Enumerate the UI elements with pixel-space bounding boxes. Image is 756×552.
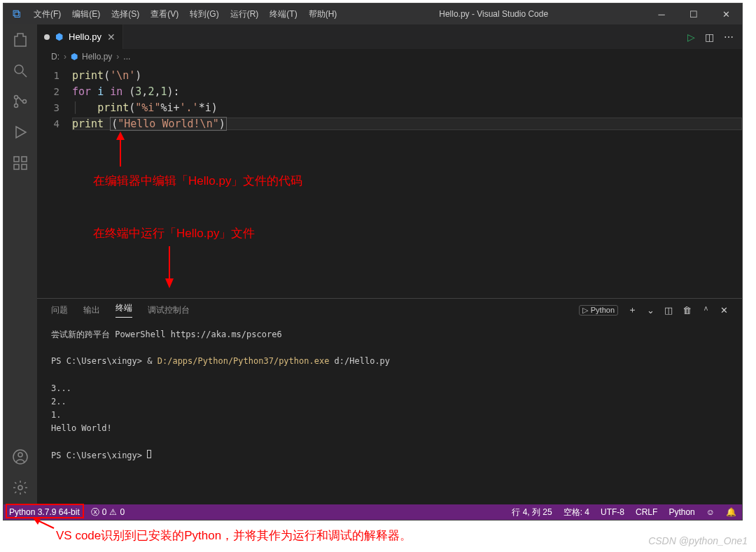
run-file-icon[interactable]: ▷: [687, 31, 695, 43]
menu-view[interactable]: 查看(V): [146, 8, 183, 20]
python-file-icon: ⬢: [55, 31, 63, 42]
warning-icon: ⚠: [109, 507, 117, 517]
split-editor-icon[interactable]: ◫: [705, 31, 714, 43]
status-encoding[interactable]: UTF-8: [595, 507, 630, 518]
menubar: 文件(F) 编辑(E) 选择(S) 查看(V) 转到(G) 运行(R) 终端(T…: [29, 8, 342, 20]
annotation-text: 在编辑器中编辑「Hello.py」文件的代码: [93, 173, 302, 189]
status-python-interpreter[interactable]: Python 3.7.9 64-bit: [4, 507, 85, 517]
breadcrumb-root[interactable]: D:: [51, 52, 59, 62]
breadcrumb-file[interactable]: Hello.py: [82, 52, 112, 62]
terminal-line: PS C:\Users\xingy> & D:/apps/Python/Pyth…: [51, 355, 728, 368]
search-icon[interactable]: [12, 62, 29, 79]
status-language[interactable]: Python: [663, 507, 700, 518]
close-button[interactable]: ✕: [710, 3, 742, 24]
status-eol[interactable]: CRLF: [630, 507, 663, 518]
breadcrumb[interactable]: D: › ⬢ Hello.py › ...: [37, 49, 742, 64]
svg-line-1: [22, 73, 27, 77]
tab-filename: Hello.py: [69, 31, 102, 42]
svg-marker-14: [116, 132, 125, 140]
minimize-button[interactable]: ─: [645, 3, 678, 24]
close-panel-icon[interactable]: ✕: [720, 305, 728, 316]
menu-run[interactable]: 运行(R): [225, 8, 264, 20]
python-file-icon: ⬢: [71, 52, 78, 62]
code-editor[interactable]: 1print('\n') 2for i in (3,2,1): 3│ print…: [37, 64, 742, 298]
watermark: CSDN @python_One1: [648, 535, 748, 546]
svg-point-0: [15, 65, 23, 73]
more-actions-icon[interactable]: ⋯: [724, 31, 734, 43]
chevron-right-icon: ›: [116, 52, 119, 62]
menu-select[interactable]: 选择(S): [106, 8, 144, 20]
terminal-cursor: [147, 450, 151, 458]
editor-tab[interactable]: ⬢ Hello.py ✕: [37, 24, 123, 49]
annotation-arrow-icon: [114, 132, 127, 168]
tab-close-icon[interactable]: ✕: [107, 31, 115, 43]
vscode-logo-icon: ⧉: [4, 8, 29, 20]
line-number: 3: [37, 102, 72, 113]
window-title: Hello.py - Visual Studio Code: [342, 9, 645, 19]
terminal-line: 2..: [51, 395, 728, 409]
svg-point-3: [15, 104, 18, 108]
svg-rect-6: [14, 157, 19, 162]
terminal-line: PS C:\Users\xingy>: [51, 449, 728, 462]
annotation-arrow-icon: [163, 245, 176, 288]
terminal-icon: ▷: [582, 306, 588, 315]
annotation-arrow-icon: [29, 518, 57, 532]
svg-point-11: [18, 453, 22, 457]
svg-rect-7: [14, 164, 19, 169]
line-number: 1: [37, 70, 72, 81]
terminal-line: 1.: [51, 409, 728, 422]
breadcrumb-tail[interactable]: ...: [123, 52, 130, 62]
menu-file[interactable]: 文件(F): [29, 8, 66, 20]
terminal-content[interactable]: 尝试新的跨平台 PowerShell https://aka.ms/pscore…: [37, 321, 742, 504]
error-icon: ⓧ: [91, 507, 99, 518]
svg-point-4: [23, 100, 27, 104]
new-terminal-icon[interactable]: ＋: [628, 304, 637, 316]
run-debug-icon[interactable]: [12, 124, 29, 141]
menu-terminal[interactable]: 终端(T): [265, 8, 302, 20]
feedback-icon[interactable]: ☺: [701, 507, 720, 518]
annotation-text: 在终端中运行「Hello.py」文件: [93, 225, 255, 241]
maximize-button[interactable]: ☐: [678, 3, 710, 24]
status-indent[interactable]: 空格: 4: [558, 507, 595, 518]
terminal-selector[interactable]: ▷Python: [579, 305, 618, 316]
explorer-icon[interactable]: [12, 31, 29, 48]
status-cursor-position[interactable]: 行 4, 列 25: [506, 507, 557, 518]
menu-go[interactable]: 转到(G): [185, 8, 223, 20]
svg-point-12: [18, 486, 22, 490]
settings-icon[interactable]: [12, 479, 29, 496]
svg-marker-16: [165, 278, 174, 288]
accounts-icon[interactable]: [12, 448, 29, 465]
svg-rect-8: [22, 164, 27, 169]
kill-terminal-icon[interactable]: 🗑: [682, 305, 692, 316]
panel-tab-problems[interactable]: 问题: [51, 304, 68, 316]
panel-tab-terminal[interactable]: 终端: [115, 302, 132, 318]
status-problems[interactable]: ⓧ0⚠0: [85, 507, 130, 518]
svg-point-2: [15, 96, 18, 99]
notifications-icon[interactable]: 🔔: [720, 507, 742, 518]
extensions-icon[interactable]: [12, 155, 29, 171]
annotation-text: VS code识别到已安装的Python，并将其作为运行和调试的解释器。: [56, 528, 412, 544]
line-number: 4: [37, 118, 72, 129]
chevron-right-icon: ›: [64, 52, 66, 62]
svg-marker-5: [16, 127, 26, 138]
dirty-indicator-icon: [44, 34, 50, 40]
panel-tab-output[interactable]: 输出: [83, 304, 100, 316]
menu-help[interactable]: 帮助(H): [304, 8, 342, 20]
terminal-line: 尝试新的跨平台 PowerShell https://aka.ms/pscore…: [51, 328, 728, 341]
maximize-panel-icon[interactable]: ＾: [701, 304, 710, 316]
panel-tab-debug-console[interactable]: 调试控制台: [148, 304, 190, 316]
split-terminal-icon[interactable]: ◫: [664, 305, 673, 316]
source-control-icon[interactable]: [12, 93, 29, 110]
svg-rect-9: [22, 157, 27, 162]
menu-edit[interactable]: 编辑(E): [67, 8, 105, 20]
terminal-line: 3...: [51, 382, 728, 395]
svg-marker-18: [33, 518, 41, 525]
terminal-dropdown-icon[interactable]: ⌄: [647, 305, 654, 316]
line-number: 2: [37, 86, 72, 97]
terminal-line: Hello World!: [51, 422, 728, 435]
